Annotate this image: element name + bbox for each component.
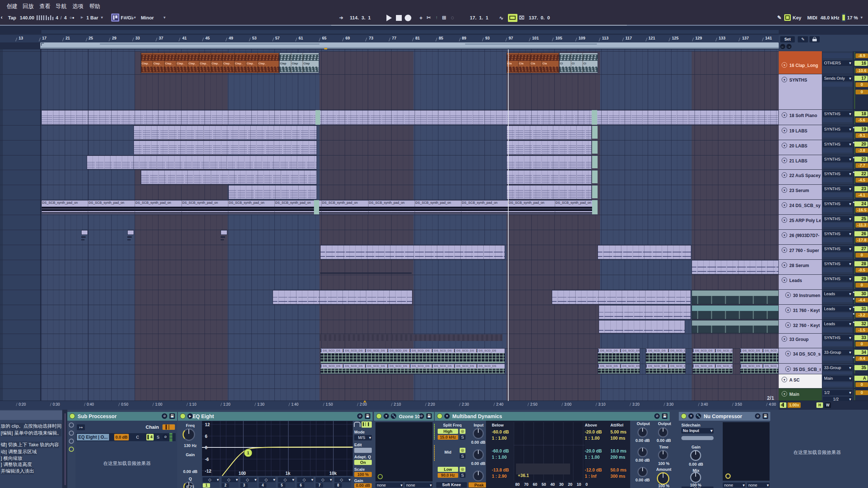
svg-text:100: 100: [239, 471, 246, 476]
svg-text:-6: -6: [205, 457, 209, 462]
svg-text:0: 0: [205, 445, 207, 450]
svg-text:10k: 10k: [329, 471, 337, 476]
svg-text:6: 6: [205, 434, 207, 439]
svg-text:12: 12: [205, 422, 210, 427]
svg-text:1k: 1k: [285, 471, 291, 476]
svg-text:-12: -12: [205, 469, 212, 474]
svg-text:1: 1: [247, 451, 249, 455]
